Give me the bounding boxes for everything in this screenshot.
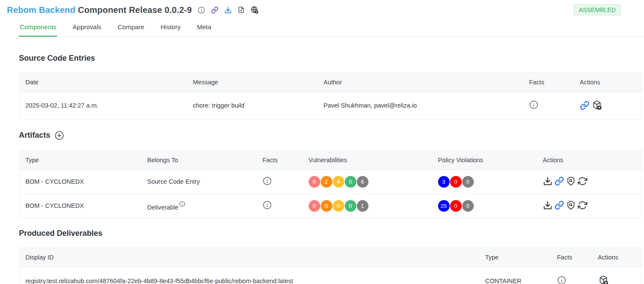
artifact-row: BOM - CYCLONEDX Source Code Entry 02406 … [19, 170, 642, 194]
vulnerability-badge: 0 [309, 200, 320, 212]
document-icon[interactable] [238, 6, 245, 13]
policy-violation-badge: 0 [450, 176, 462, 188]
policy-violation-badge: 0 [462, 200, 474, 212]
source-code-entry-row: 2025-03-02, 11:42:27 a.m. chore: trigger… [19, 92, 642, 120]
page-header: Rebom BackendComponent Release 0.0.2-9 A… [0, 0, 644, 15]
table-header-row: Display ID Type Facts Actions [19, 247, 642, 267]
shield-scan-icon[interactable] [566, 201, 576, 210]
tab-bar: Components Approvals Compare History Met… [19, 19, 644, 37]
facts-info-icon[interactable] [557, 276, 566, 284]
artifacts-table: Type Belongs To Facts Vulnerabilities Po… [19, 150, 642, 218]
table-header-row: Date Message Author Facts Actions [19, 73, 642, 92]
sce-date: 2025-03-02, 11:42:27 a.m. [19, 92, 187, 120]
table-header-row: Type Belongs To Facts Vulnerabilities Po… [19, 150, 642, 170]
source-code-entries-heading: Source Code Entries [19, 54, 642, 63]
sce-message: chore: trigger build [187, 92, 318, 120]
tab-compare[interactable]: Compare [117, 19, 145, 37]
sce-author: Pavel Shukhman, pavel@reliza.io [318, 92, 523, 120]
deliverable-type: CONTAINER [479, 267, 551, 284]
refresh-icon[interactable] [578, 201, 587, 210]
vulnerability-badge: 1 [357, 200, 368, 212]
add-artifact-icon[interactable] [592, 100, 602, 111]
info-icon[interactable] [198, 6, 205, 14]
source-code-entries-table: Date Message Author Facts Actions 2025-0… [19, 72, 642, 120]
col-header-policy-violations: Policy Violations [432, 150, 537, 170]
artifact-type: BOM - CYCLONEDX [19, 194, 141, 218]
col-header-actions: Actions [574, 73, 642, 92]
col-header-author: Author [318, 73, 523, 92]
col-header-actions: Actions [537, 150, 642, 170]
col-header-vulnerabilities: Vulnerabilities [303, 150, 432, 170]
col-header-facts: Facts [523, 73, 574, 92]
vulnerability-badge: 0 [333, 200, 344, 212]
link-icon[interactable] [580, 101, 589, 110]
vulnerability-badge: 0 [345, 176, 356, 188]
vulnerability-badges: 00001 [309, 200, 369, 212]
policy-violation-badges: 300 [438, 176, 474, 188]
policy-violation-badges: 2500 [438, 200, 474, 212]
vulnerability-badges: 02406 [309, 176, 369, 188]
artifact-belongs-to: Deliverable [147, 204, 179, 210]
vulnerability-badge: 0 [345, 200, 356, 212]
col-header-actions: Actions [592, 247, 642, 267]
artifact-belongs-to: Source Code Entry [141, 170, 257, 194]
link-icon[interactable] [555, 201, 564, 210]
col-header-facts: Facts [551, 247, 592, 267]
page-title: Rebom BackendComponent Release 0.0.2-9 [7, 5, 192, 15]
policy-violation-badge: 0 [450, 200, 462, 212]
deliverable-display-id: registry.test.relizahub.com/487604fa-22e… [19, 267, 479, 284]
facts-info-icon[interactable] [529, 100, 538, 109]
col-header-facts: Facts [257, 150, 303, 170]
tab-history[interactable]: History [159, 19, 181, 37]
deliverable-row: registry.test.relizahub.com/487604fa-22e… [19, 267, 642, 284]
artifact-row: BOM - CYCLONEDX Deliverable 00001 2500 [19, 194, 642, 218]
produced-deliverables-heading: Produced Deliverables [19, 229, 642, 238]
facts-info-icon[interactable] [263, 176, 272, 185]
vulnerability-badge: 0 [309, 176, 320, 188]
col-header-message: Message [187, 73, 318, 92]
artifacts-heading-row: Artifacts [19, 131, 642, 140]
link-icon[interactable] [555, 176, 564, 186]
artifacts-heading: Artifacts [19, 131, 50, 140]
vulnerability-badge: 2 [321, 176, 332, 188]
refresh-icon[interactable] [578, 176, 587, 186]
tab-components[interactable]: Components [19, 19, 57, 37]
add-circle-icon[interactable] [55, 131, 64, 140]
deliverable-info-icon[interactable] [179, 201, 185, 207]
vulnerability-badge: 6 [357, 176, 368, 188]
col-header-type: Type [19, 150, 141, 170]
status-badge: ASSEMBLED [573, 4, 621, 15]
artifact-type: BOM - CYCLONEDX [19, 170, 141, 194]
download-icon[interactable] [543, 176, 552, 186]
policy-violation-badge: 3 [438, 176, 450, 188]
policy-violation-badge: 0 [462, 176, 474, 188]
release-title: Component Release 0.0.2-9 [78, 5, 192, 15]
download-icon[interactable] [543, 201, 552, 210]
facts-info-icon[interactable] [263, 201, 272, 210]
col-header-date: Date [19, 73, 187, 92]
tab-meta[interactable]: Meta [196, 19, 212, 37]
globe-add-icon[interactable] [251, 6, 258, 14]
download-icon[interactable] [224, 6, 232, 14]
vulnerability-badge: 0 [321, 200, 332, 212]
tab-approvals[interactable]: Approvals [72, 19, 102, 37]
policy-violation-badge: 25 [438, 200, 450, 212]
add-artifact-icon[interactable] [598, 275, 609, 284]
header-icon-bar [198, 6, 258, 14]
col-header-display-id: Display ID [19, 247, 479, 267]
col-header-belongs-to: Belongs To [141, 150, 257, 170]
product-name: Rebom Backend [7, 5, 75, 15]
col-header-type: Type [479, 247, 551, 267]
shield-scan-icon[interactable] [566, 176, 576, 186]
produced-deliverables-table: Display ID Type Facts Actions registry.t… [19, 247, 642, 284]
link-icon[interactable] [211, 6, 218, 14]
vulnerability-badge: 4 [333, 176, 344, 188]
